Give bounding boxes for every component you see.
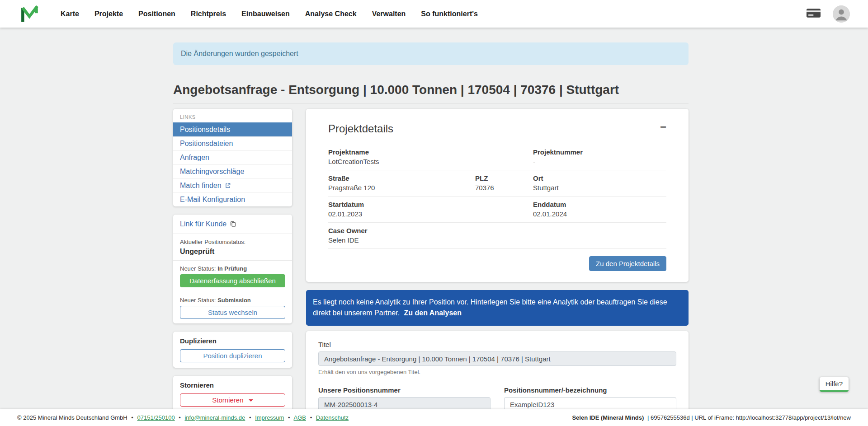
brand-logo[interactable]	[19, 4, 40, 24]
analytics-banner-text: Es liegt noch keine Analytik zu Ihrer Po…	[313, 298, 667, 317]
link-fuer-kunde[interactable]: Link für Kunde	[180, 219, 236, 229]
phone-link[interactable]: 07151/250100	[137, 414, 175, 421]
table-row: Case Owner Selen IDE	[328, 223, 666, 249]
status-wechseln-button[interactable]: Status wechseln	[180, 306, 285, 319]
content-columns: LINKS Positionsdetails Positionsdateien …	[173, 109, 689, 426]
nav-karte[interactable]: Karte	[61, 10, 79, 18]
field-value: 02.01.2024	[533, 210, 666, 218]
sidebar-item-label: Match finden	[180, 182, 222, 190]
email-link[interactable]: info@mineral-minds.de	[184, 414, 245, 421]
session-info: | 69576255536d | URL of iFrame: http://l…	[647, 414, 851, 421]
navbar-right	[806, 5, 850, 23]
field-value: Stuttgart	[533, 184, 666, 192]
footer-right: Selen IDE (Mineral Minds) | 69576255536d…	[572, 414, 851, 421]
field-case-owner: Case Owner Selen IDE	[328, 227, 666, 244]
zu-den-analysen-link[interactable]: Zu den Analysen	[404, 309, 462, 317]
position-duplizieren-button[interactable]: Position duplizieren	[180, 349, 285, 362]
datenschutz-link[interactable]: Datenschutz	[316, 414, 349, 421]
sidebar-item-label: Matchingvorschläge	[180, 168, 244, 176]
separator: •	[310, 414, 312, 421]
projektdetails-table: Projektname LotCreationTests Projektnumm…	[328, 144, 666, 249]
current-status-value: Ungeprüft	[180, 248, 285, 256]
nav-verwalten[interactable]: Verwalten	[372, 10, 406, 18]
separator: •	[179, 414, 181, 421]
field-value: LotCreationTests	[328, 158, 533, 165]
sidebar-item-anfragen[interactable]: Anfragen	[173, 150, 292, 164]
copy-icon	[230, 220, 236, 227]
sidebar-item-email-konfiguration[interactable]: E-Mail Konfiguration	[173, 192, 292, 206]
main-column: Projektdetails − Projektname LotCreation…	[306, 109, 689, 426]
agb-link[interactable]: AGB	[294, 414, 306, 421]
alert-text: Die Änderungen wurden gespeichert	[181, 50, 298, 58]
user-avatar[interactable]	[833, 5, 850, 23]
success-alert: Die Änderungen wurden gespeichert	[173, 42, 689, 65]
field-value: Selen IDE	[328, 236, 666, 244]
new-status-value: In Prüfung	[217, 265, 247, 272]
analytics-banner: Es liegt noch keine Analytik zu Ihrer Po…	[306, 290, 689, 326]
sidebar-item-positionsdetails[interactable]: Positionsdetails	[173, 122, 292, 136]
sidebar-item-match-finden[interactable]: Match finden	[173, 178, 292, 192]
titel-input	[318, 351, 676, 366]
zu-den-projektdetails-button[interactable]: Zu den Projektdetails	[589, 256, 666, 271]
nav-analyse-check[interactable]: Analyse Check	[305, 10, 357, 18]
stornieren-dropdown-button[interactable]: Stornieren	[180, 393, 285, 407]
field-label: Startdatum	[328, 201, 533, 208]
field-startdatum: Startdatum 02.01.2023	[328, 201, 533, 218]
field-projektnummer: Projektnummer -	[533, 148, 666, 165]
field-label: PLZ	[475, 174, 533, 182]
field-projektname: Projektname LotCreationTests	[328, 148, 533, 165]
sidebar-links-card: LINKS Positionsdetails Positionsdateien …	[173, 109, 292, 206]
projektdetails-header: Projektdetails −	[328, 122, 666, 135]
top-navbar: Karte Projekte Positionen Richtpreis Ein…	[0, 0, 868, 28]
duplicate-card-title: Duplizieren	[180, 337, 285, 345]
page-title: Angebotsanfrage - Entsorgung | 10.000 To…	[173, 82, 689, 98]
table-row: Straße Pragstraße 120 PLZ 70376 Ort Stut…	[328, 170, 666, 197]
field-value: Pragstraße 120	[328, 184, 475, 192]
new-status-prefix: Neuer Status:	[180, 297, 216, 304]
sidebar-item-positionsdateien[interactable]: Positionsdateien	[173, 136, 292, 150]
separator: •	[249, 414, 251, 421]
field-strasse: Straße Pragstraße 120	[328, 174, 475, 192]
title-divider	[173, 103, 689, 103]
sidebar: LINKS Positionsdetails Positionsdateien …	[173, 109, 292, 420]
field-enddatum: Enddatum 02.01.2024	[533, 201, 666, 218]
nav-einbauweisen[interactable]: Einbauweisen	[241, 10, 290, 18]
field-plz: PLZ 70376	[475, 174, 533, 192]
field-ort: Ort Stuttgart	[533, 174, 666, 192]
sidebar-item-matchingvorschlaege[interactable]: Matchingvorschläge	[173, 164, 292, 178]
nav-projekte[interactable]: Projekte	[94, 10, 123, 18]
datenerfassung-abschliessen-button[interactable]: Datenerfassung abschließen	[180, 274, 285, 287]
field-label: Straße	[328, 174, 475, 182]
current-status-label: Aktueller Positionsstatus:	[180, 239, 285, 245]
cancel-card-title: Stornieren	[180, 381, 285, 389]
positionsnummer-label: Positionsnummer/-bezeichnung	[504, 386, 676, 394]
table-row: Startdatum 02.01.2023 Enddatum 02.01.202…	[328, 197, 666, 223]
duplicate-card: Duplizieren Position duplizieren	[173, 332, 292, 368]
sidebar-item-label: Anfragen	[180, 154, 209, 162]
customer-link-section: Link für Kunde	[173, 215, 292, 234]
card-icon[interactable]	[806, 8, 821, 20]
field-value: 02.01.2023	[328, 210, 533, 218]
unsere-positionsnummer-label: Unsere Positionsnummer	[318, 386, 491, 394]
field-label: Enddatum	[533, 201, 666, 208]
new-status-label: Neuer Status: In Prüfung	[180, 265, 285, 272]
field-label: Projektnummer	[533, 148, 666, 156]
new-status-submission-section: Neuer Status: Submission Status wechseln	[173, 292, 292, 323]
field-value: 70376	[475, 184, 533, 192]
sidebar-item-label: Positionsdateien	[180, 140, 233, 148]
external-link-icon	[225, 183, 231, 189]
new-status-prefix: Neuer Status:	[180, 265, 216, 272]
current-status-section: Aktueller Positionsstatus: Ungeprüft	[173, 234, 292, 260]
nav-richtpreis[interactable]: Richtpreis	[191, 10, 226, 18]
help-button[interactable]: Hilfe?	[820, 377, 849, 392]
collapse-button[interactable]: −	[660, 122, 666, 131]
status-card: Link für Kunde Aktueller Positionsstatus…	[173, 215, 292, 323]
projektdetails-card: Projektdetails − Projektname LotCreation…	[306, 109, 689, 282]
sidebar-item-label: E-Mail Konfiguration	[180, 196, 245, 204]
footer-left: © 2025 Mineral Minds Deutschland GmbH • …	[17, 414, 351, 421]
nav-so-funktionierts[interactable]: So funktioniert's	[421, 10, 478, 18]
nav-positionen[interactable]: Positionen	[138, 10, 175, 18]
field-label: Projektname	[328, 148, 533, 156]
impressum-link[interactable]: Impressum	[255, 414, 284, 421]
projektdetails-actions: Zu den Projektdetails	[328, 256, 666, 271]
